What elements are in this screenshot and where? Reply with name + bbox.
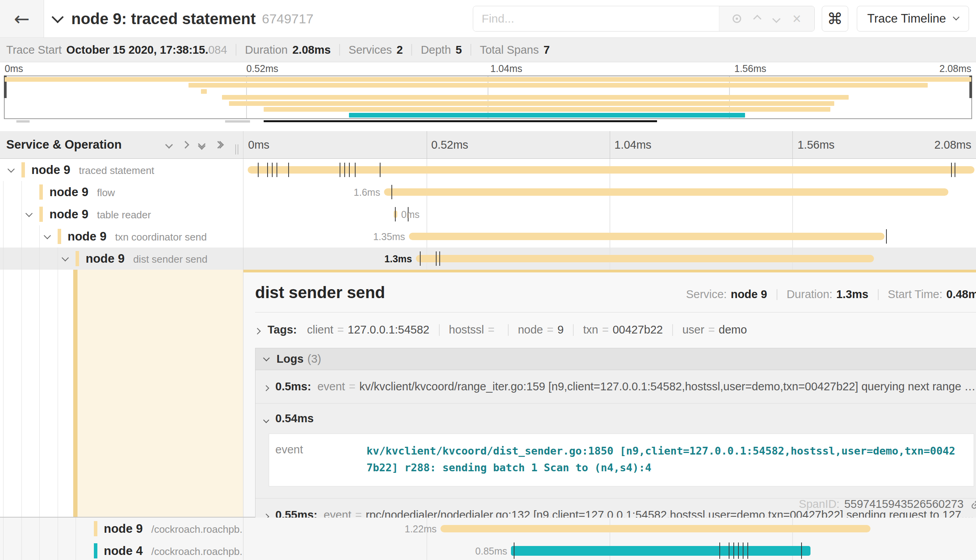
trace-start-fraction: 084	[208, 44, 227, 56]
log-marker-tick	[733, 542, 734, 559]
minimap-span-bar	[201, 89, 207, 94]
span-bar[interactable]	[416, 255, 874, 262]
log-timestamp: 0.54ms	[275, 412, 314, 425]
trace-summary-bar: Trace Start October 15 2020, 17:38:15. 0…	[0, 38, 976, 62]
span-name-cell[interactable]: node 9dist sender send	[0, 248, 243, 270]
span-name-cell[interactable]: node 9traced statement	[0, 159, 243, 181]
tags-row[interactable]: Tags: client=127.0.0.1:54582hostssl=node…	[255, 323, 976, 336]
span-row[interactable]: node 9dist sender send1.3ms	[0, 248, 976, 270]
collapse-header-chevron-icon[interactable]	[51, 11, 63, 23]
minimap-canvas[interactable]	[4, 75, 972, 119]
span-row[interactable]: node 4/cockroach.roachpb.I...0.85ms	[0, 540, 976, 560]
chevron-down-icon	[263, 355, 270, 361]
span-bar-cell[interactable]: 1.35ms	[243, 225, 976, 248]
divider	[573, 324, 574, 336]
tag-item[interactable]: node=9	[518, 323, 564, 336]
minimap-handle[interactable]	[225, 120, 250, 123]
trace-view-select[interactable]: Trace Timeline	[857, 6, 969, 32]
span-name-cell[interactable]: node 9flow	[0, 181, 243, 203]
expander-icon[interactable]	[26, 211, 32, 218]
logs-header[interactable]: Logs (3)	[255, 348, 976, 370]
equals-sign: =	[488, 323, 495, 336]
link-icon[interactable]	[970, 498, 976, 511]
tag-item[interactable]: user=demo	[682, 323, 747, 336]
log-marker-tick	[391, 185, 392, 199]
chevron-right-icon	[255, 323, 260, 336]
indent-guide	[39, 540, 40, 560]
keyboard-shortcuts-button[interactable]: ⌘	[822, 6, 848, 32]
minimap-span-bar	[264, 107, 830, 112]
tag-value: 9	[557, 323, 564, 336]
expander-icon[interactable]	[63, 255, 68, 262]
indent-guide	[21, 540, 22, 560]
log-marker-tick	[886, 229, 887, 244]
span-row[interactable]: node 9/cockroach.roachpb.I...1.22ms	[0, 518, 976, 540]
locate-icon[interactable]	[733, 14, 741, 23]
minimap-tick-label: 2.08ms	[939, 63, 971, 74]
log-entry[interactable]: 0.5ms:event=kv/kvclient/kvcoord/range_it…	[255, 370, 976, 403]
minimap-span-bar	[189, 83, 928, 88]
find-input[interactable]	[473, 6, 719, 31]
span-row[interactable]: node 9txn coordinator send1.35ms	[0, 225, 976, 248]
column-resize-handle[interactable]	[235, 144, 238, 154]
span-name-cell[interactable]: node 9txn coordinator send	[0, 225, 243, 248]
service-name: node 9table reader	[49, 207, 151, 221]
span-bar[interactable]	[440, 525, 870, 532]
find-clear-icon[interactable]: ×	[793, 11, 801, 26]
service-color-chip	[39, 184, 43, 200]
span-name-cell[interactable]: node 9/cockroach.roachpb.I...	[0, 518, 243, 540]
indent-guide	[39, 225, 40, 248]
span-detail-title: dist sender send	[255, 283, 385, 302]
find-prev-icon[interactable]	[753, 14, 761, 23]
span-row[interactable]: node 9traced statement	[0, 159, 976, 181]
collapse-all-icon[interactable]	[199, 141, 204, 149]
indent-guide	[21, 203, 22, 225]
span-name-cell[interactable]: node 9table reader	[0, 203, 243, 225]
span-bar-cell[interactable]: 1.3ms	[243, 248, 976, 270]
expand-one-icon[interactable]	[181, 141, 189, 149]
minimap-handle[interactable]	[16, 120, 30, 123]
timeline-header-row: Service & Operation 0ms0.52ms1.04ms1.56m…	[0, 131, 976, 159]
log-entry-header[interactable]: 0.54ms	[264, 412, 976, 425]
minimap-tick-label: 0ms	[5, 63, 23, 74]
minimap-span-bar	[349, 113, 745, 118]
span-row[interactable]: node 9flow1.6ms	[0, 181, 976, 203]
indent-guide	[58, 540, 58, 560]
log-marker-tick	[436, 251, 437, 266]
log-marker-tick	[395, 207, 396, 221]
tag-item[interactable]: hostssl=	[449, 323, 499, 336]
divider	[236, 44, 236, 56]
expander-icon[interactable]	[9, 166, 14, 173]
collapse-one-icon[interactable]	[165, 141, 173, 149]
equals-sign: =	[337, 323, 344, 336]
span-bar[interactable]	[384, 188, 948, 196]
span-bar[interactable]	[248, 166, 974, 174]
span-row[interactable]: node 9table reader0ms	[0, 203, 976, 225]
operation-name: txn coordinator send	[115, 231, 207, 243]
minimap-span-bar	[229, 101, 834, 106]
span-bar-cell[interactable]: 1.22ms	[243, 518, 976, 540]
duration-value: 2.08ms	[292, 44, 331, 56]
find-next-icon[interactable]	[772, 14, 780, 23]
span-bar[interactable]	[511, 546, 810, 556]
span-bar-cell[interactable]: 0.85ms	[243, 540, 976, 560]
log-field-value: kv/kvclient/kvcoord/dist_sender.go:1850 …	[366, 434, 966, 486]
logs-count: (3)	[307, 353, 321, 365]
expand-all-icon[interactable]	[215, 142, 223, 147]
span-bar-cell[interactable]	[243, 159, 976, 181]
span-name-cell[interactable]: node 4/cockroach.roachpb.I...	[0, 540, 243, 560]
minimap-tick-label: 1.56ms	[735, 63, 766, 74]
tag-item[interactable]: client=127.0.0.1:54582	[307, 323, 429, 336]
indent-guide	[39, 270, 40, 517]
trace-title-group[interactable]: node 9: traced statement 6749717	[53, 10, 314, 28]
trace-id-short: 6749717	[262, 11, 313, 26]
log-entry-expanded: 0.54mseventkv/kvclient/kvcoord/dist_send…	[255, 403, 976, 498]
tag-item[interactable]: txn=00427b22	[583, 323, 663, 336]
back-button[interactable]: ←	[0, 0, 44, 37]
log-marker-tick	[380, 163, 381, 177]
span-bar[interactable]	[409, 233, 884, 240]
span-duration-label: 1.3ms	[384, 253, 412, 264]
span-bar-cell[interactable]: 1.6ms	[243, 181, 976, 203]
expander-icon[interactable]	[45, 233, 50, 240]
span-bar-cell[interactable]: 0ms	[243, 203, 976, 225]
